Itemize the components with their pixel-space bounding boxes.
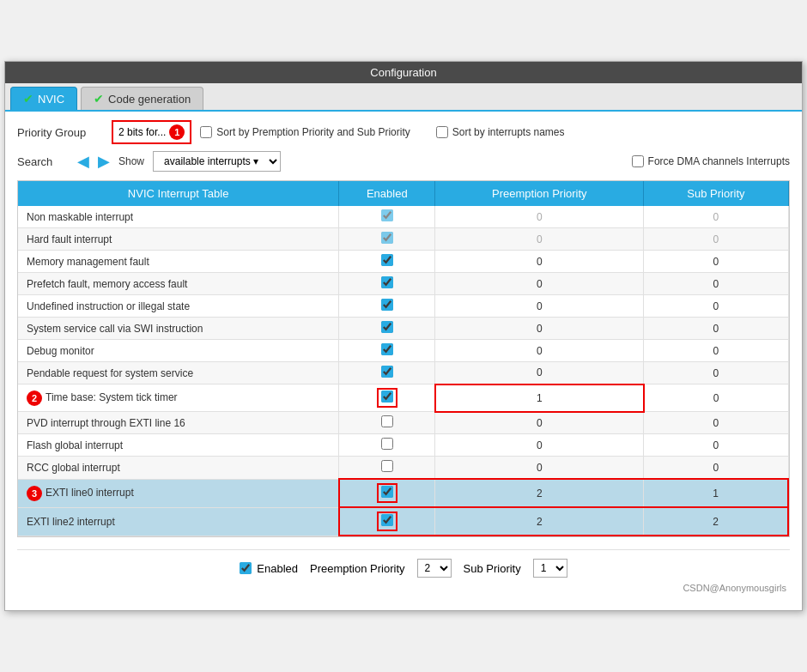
table-row: 2Time base: System tick timer10: [18, 384, 788, 412]
row-enabled[interactable]: [339, 228, 435, 251]
row-preemption: 0: [435, 273, 644, 295]
col-header-sub: Sub Priority: [644, 181, 788, 206]
tab-code-gen-label: Code generation: [108, 93, 191, 106]
annotation-badge-2: 2: [27, 390, 42, 406]
row-enabled-checkbox[interactable]: [381, 390, 393, 403]
priority-group-label: Priority Group: [17, 126, 103, 139]
row-preemption: 2: [435, 479, 644, 507]
row-enabled-checkbox[interactable]: [381, 460, 393, 472]
priority-group-dropdown[interactable]: 2 bits for... 1: [112, 120, 191, 144]
row-enabled-checkbox[interactable]: [381, 514, 393, 526]
row-enabled-checkbox[interactable]: [381, 254, 393, 266]
row-enabled-checkbox[interactable]: [381, 209, 393, 221]
sort-premption-checkbox[interactable]: [200, 126, 212, 138]
sort-names-label[interactable]: Sort by interrupts names: [436, 126, 565, 138]
footer-enabled-text: Enabled: [257, 562, 298, 575]
row-enabled-checkbox[interactable]: [381, 321, 393, 333]
row-preemption: 0: [435, 457, 644, 480]
row-enabled[interactable]: [339, 295, 435, 318]
table-row: PVD interrupt through EXTI line 1600: [18, 412, 788, 434]
table-header-row: NVIC Interrupt Table Enabled Preemption …: [18, 181, 788, 206]
row-enabled[interactable]: [339, 273, 435, 295]
codegen-check-icon: ✔: [94, 92, 104, 106]
row-enabled[interactable]: [339, 507, 435, 536]
row-sub: 0: [644, 206, 788, 228]
table-row: System service call via SWI instruction0…: [18, 318, 788, 340]
row-enabled[interactable]: [339, 362, 435, 384]
table-row: 3EXTI line0 interrupt21: [18, 479, 788, 507]
row-enabled[interactable]: [339, 457, 435, 480]
row-enabled[interactable]: [339, 206, 435, 228]
annotation-badge-3: 3: [27, 486, 42, 501]
row-enabled[interactable]: [339, 479, 435, 507]
row-name: 2Time base: System tick timer: [18, 384, 339, 412]
row-sub: 0: [644, 434, 788, 457]
row-sub: 0: [644, 228, 788, 251]
row-preemption: 0: [435, 228, 644, 251]
row-preemption: 0: [435, 206, 644, 228]
row-sub: 0: [644, 295, 788, 318]
force-dma-checkbox[interactable]: [632, 155, 644, 167]
show-dropdown[interactable]: available interrupts ▾: [153, 151, 281, 172]
row-name: Prefetch fault, memory access fault: [18, 273, 339, 295]
row-preemption: 0: [435, 434, 644, 457]
row-enabled[interactable]: [339, 318, 435, 340]
interrupt-table: NVIC Interrupt Table Enabled Preemption …: [18, 181, 789, 536]
row-preemption: 0: [435, 362, 644, 384]
tabs-bar: ✔ NVIC ✔ Code generation: [5, 83, 802, 112]
footer-preemption-label: Preemption Priority: [310, 562, 405, 575]
search-forward-button[interactable]: ▶: [98, 152, 110, 171]
tab-nvic-label: NVIC: [38, 93, 64, 106]
row-sub: 0: [644, 384, 788, 412]
table-row: Prefetch fault, memory access fault00: [18, 273, 788, 295]
tab-code-gen[interactable]: ✔ Code generation: [81, 87, 203, 110]
row-name: PVD interrupt through EXTI line 16: [18, 412, 339, 434]
table-row: Memory management fault00: [18, 251, 788, 273]
row-name: Non maskable interrupt: [18, 206, 339, 228]
row-enabled-checkbox[interactable]: [381, 232, 393, 244]
sort-names-checkbox[interactable]: [436, 126, 448, 138]
row-name: Hard fault interrupt: [18, 228, 339, 251]
footer-enabled-checkbox[interactable]: [240, 562, 252, 574]
row-preemption: 1: [435, 384, 644, 412]
row-sub: 0: [644, 251, 788, 273]
table-row: Non maskable interrupt00: [18, 206, 788, 228]
row-sub: 0: [644, 273, 788, 295]
row-enabled[interactable]: [339, 340, 435, 362]
row-sub: 0: [644, 412, 788, 434]
table-row: RCC global interrupt00: [18, 457, 788, 480]
row-name: Debug monitor: [18, 340, 339, 362]
row-name: System service call via SWI instruction: [18, 318, 339, 340]
force-dma-label[interactable]: Force DMA channels Interrupts: [632, 155, 790, 167]
show-label: Show: [118, 155, 144, 167]
row-sub: 0: [644, 318, 788, 340]
window-title: Configuration: [370, 66, 436, 79]
row-enabled-checkbox[interactable]: [381, 276, 393, 288]
table-row: Pendable request for system service00: [18, 362, 788, 384]
row-enabled[interactable]: [339, 251, 435, 273]
col-header-enabled: Enabled: [339, 181, 435, 206]
row-enabled-checkbox[interactable]: [381, 366, 393, 378]
row-preemption: 0: [435, 340, 644, 362]
footer-bar: Enabled Preemption Priority 2 Sub Priori…: [17, 549, 790, 583]
annotation-badge-1: 1: [169, 124, 185, 140]
row-enabled[interactable]: [339, 412, 435, 434]
row-name: Flash global interrupt: [18, 434, 339, 457]
sort-premption-label[interactable]: Sort by Premption Priority and Sub Prior…: [200, 126, 410, 138]
row-enabled-checkbox[interactable]: [381, 343, 393, 355]
search-back-button[interactable]: ◀: [77, 152, 89, 171]
tab-nvic[interactable]: ✔ NVIC: [10, 87, 77, 110]
footer-enabled-label[interactable]: Enabled: [240, 562, 298, 575]
title-bar: Configuration: [5, 62, 802, 83]
table-row: EXTI line2 interrupt22: [18, 507, 788, 536]
row-enabled-checkbox[interactable]: [381, 299, 393, 311]
footer-sub-priority-select[interactable]: 1: [533, 559, 567, 578]
row-sub: 0: [644, 340, 788, 362]
row-sub: 2: [644, 507, 788, 536]
row-enabled[interactable]: [339, 434, 435, 457]
row-enabled[interactable]: [339, 384, 435, 412]
row-enabled-checkbox[interactable]: [381, 415, 393, 427]
row-enabled-checkbox[interactable]: [381, 438, 393, 450]
row-enabled-checkbox[interactable]: [381, 486, 393, 498]
footer-preemption-select[interactable]: 2: [417, 559, 452, 578]
